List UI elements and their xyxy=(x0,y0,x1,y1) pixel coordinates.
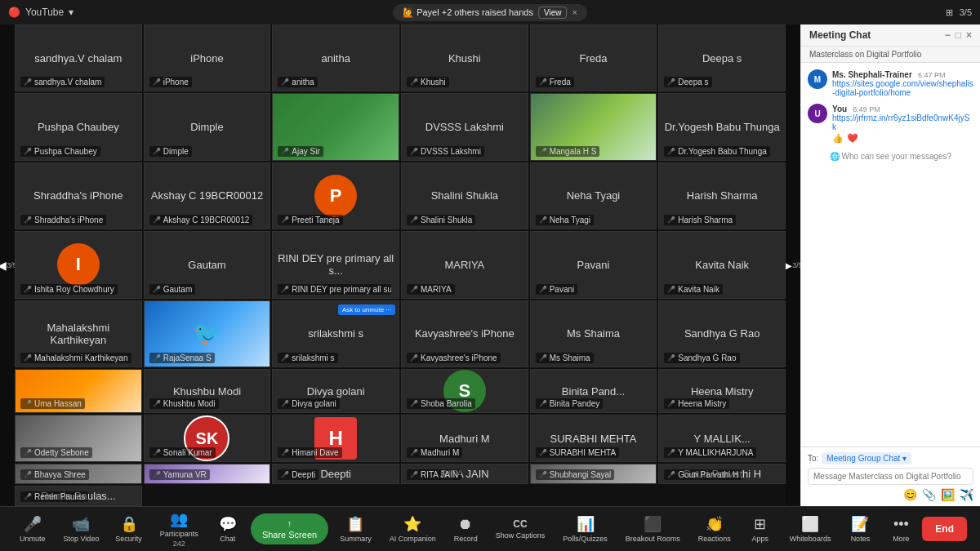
video-cell[interactable]: Heena MistryHeena Mistry xyxy=(658,369,786,413)
video-cell[interactable]: DVSSS LakshmiDVSSS Lakshmi xyxy=(401,93,528,160)
video-cell[interactable]: Y MALLIK...Y MALLIKHARJUNA xyxy=(658,415,786,462)
chat-input[interactable] xyxy=(808,468,973,485)
video-cell[interactable]: Yamuna VR xyxy=(144,464,271,484)
unmute-button[interactable]: 🎤 Unmute xyxy=(13,512,52,546)
summary-button[interactable]: 📋 Summary xyxy=(333,512,378,546)
video-cell[interactable]: GautamGautam xyxy=(144,231,271,298)
participant-display-name: Y MALLIK... xyxy=(691,429,754,448)
participant-name-label: Khushi xyxy=(407,77,449,87)
video-cell[interactable]: Ms ShaimaMs Shaima xyxy=(530,300,657,367)
view-icon[interactable]: ⊞ xyxy=(946,7,953,18)
video-cell[interactable]: Shubhangi Sayal xyxy=(530,464,657,484)
chat-recipient-select[interactable]: Meeting Group Chat ▾ xyxy=(822,452,911,464)
video-cell[interactable]: Sandhya G RaoSandhya G Rao xyxy=(658,300,786,367)
video-cell[interactable]: Deepa sDeepa s xyxy=(658,24,786,91)
video-cell[interactable]: Mangala H S xyxy=(530,93,657,160)
security-button[interactable]: 🔒 Security xyxy=(109,512,149,546)
reactions-button[interactable]: 👏 Reactions xyxy=(692,512,737,546)
video-cell[interactable]: anithaanitha xyxy=(272,24,399,91)
video-cell[interactable]: Shraddha's iPhoneShraddha's iPhone xyxy=(15,162,142,229)
minimize-icon[interactable]: − xyxy=(945,29,951,41)
close-chat-icon[interactable]: × xyxy=(966,29,972,41)
breakout-button[interactable]: ⬛ Breakout Rooms xyxy=(619,512,687,546)
video-cell[interactable]: Shalini ShuklaShalini Shukla xyxy=(401,162,528,229)
ask-unmute-badge[interactable]: Ask to unmute ··· xyxy=(338,304,395,315)
more-button[interactable]: ••• More xyxy=(883,513,919,546)
video-cell[interactable]: Uma Hassan xyxy=(15,369,142,413)
video-cell[interactable]: Bhavya Shree xyxy=(15,464,142,484)
participant-name-label: Remin Paulas xyxy=(20,491,88,502)
participant-display-name: Pushpa Chaubey xyxy=(34,118,122,136)
next-page-arrow[interactable]: ▶ 3/5 xyxy=(786,24,800,506)
video-cell[interactable]: IIshita Roy Chowdhury xyxy=(15,231,142,298)
chat-button[interactable]: 💬 Chat xyxy=(210,512,246,546)
video-cell[interactable]: MARIYAMARIYA xyxy=(401,231,528,298)
video-cell[interactable]: Kavyashree's iPhoneKavyashree's iPhone xyxy=(401,300,528,367)
participant-display-name: Akshay C 19BCR00012 xyxy=(148,186,266,205)
video-cell[interactable]: SShoba Barolia xyxy=(401,369,528,413)
video-cell[interactable]: srilakshmi sAsk to unmute ···srilakshmi … xyxy=(272,300,399,367)
video-cell[interactable]: Gouri Parvathi HGouri Parvathi H xyxy=(658,464,786,484)
video-cell[interactable]: Remin Paulas...Remin Paulas xyxy=(15,486,142,506)
video-cell[interactable]: DimpleDimple xyxy=(144,93,271,160)
video-cell[interactable]: RINI DEY pre primary all s...RINI DEY pr… xyxy=(272,231,399,298)
video-cell[interactable]: KhushiKhushi xyxy=(401,24,528,91)
video-cell[interactable]: 🐦RajaSenaa S xyxy=(144,300,271,367)
video-cell[interactable]: FredaFreda xyxy=(530,24,657,91)
video-cell[interactable]: Dr.Yogesh Babu ThungaDr.Yogesh Babu Thun… xyxy=(658,93,786,160)
message-link[interactable]: https://sites.google.com/view/shephalis-… xyxy=(832,79,973,97)
video-cell[interactable]: Kavita NaikKavita Naik xyxy=(658,231,786,298)
stop-video-button[interactable]: 📹 Stop Video xyxy=(57,512,106,546)
maximize-icon[interactable]: □ xyxy=(956,29,961,41)
sender-avatar: M xyxy=(808,69,827,89)
send-icon[interactable]: ✈️ xyxy=(960,488,973,501)
top-bar-left: 🔴 YouTube ▾ xyxy=(8,7,74,18)
participant-name-label: Odetty Sebone xyxy=(20,447,92,458)
image-icon[interactable]: 🖼️ xyxy=(941,488,955,501)
attachment-icon[interactable]: 📎 xyxy=(922,488,936,501)
apps-button[interactable]: ⊞ Apps xyxy=(742,512,778,546)
video-cell[interactable]: HHimani Dave xyxy=(272,415,399,462)
polls-button[interactable]: 📊 Polls/Quizzes xyxy=(556,512,614,546)
video-cell[interactable]: Mahalakshmi KarthikeyanMahalakshmi Karth… xyxy=(15,300,142,367)
participant-display-name: Khushi xyxy=(445,49,484,68)
participant-display-name: Kavyashree's iPhone xyxy=(412,324,518,343)
reaction-heart[interactable]: ❤️ xyxy=(847,133,858,144)
emoji-icon[interactable]: 😊 xyxy=(903,488,917,501)
view-button[interactable]: View xyxy=(538,7,568,19)
video-cell[interactable]: Odetty Sebone xyxy=(15,415,142,462)
message-link[interactable]: https://jrfrmz.in/rr6yz1siBdfe0nwK4jySk xyxy=(832,113,969,131)
participants-button[interactable]: 👥 Participants 242 xyxy=(154,507,205,551)
video-cell[interactable]: PavaniPavani xyxy=(530,231,657,298)
video-cell[interactable]: Divya golaniDivya golani xyxy=(272,369,399,413)
video-cell[interactable]: SKSonali Kumar xyxy=(144,415,271,462)
close-raised-hands[interactable]: × xyxy=(572,7,577,17)
video-cell[interactable]: Khushbu ModiKhushbu Modi xyxy=(144,369,271,413)
whiteboards-button[interactable]: ⬜ Whiteboards xyxy=(783,512,838,546)
prev-page-arrow[interactable]: ◀ 3/5 xyxy=(0,24,15,506)
video-cell[interactable]: Madhuri MMadhuri M xyxy=(401,415,528,462)
security-label: Security xyxy=(115,535,142,543)
participant-name-label: Kavyashree's iPhone xyxy=(407,353,501,363)
video-cell[interactable]: Ajay Sir xyxy=(272,93,399,160)
message-time: 6:49 PM xyxy=(853,105,880,113)
video-cell[interactable]: Binita Pand...Binita Pandey xyxy=(530,369,657,413)
share-screen-button[interactable]: ↑ Share Screen xyxy=(251,513,328,544)
video-cell[interactable]: sandhya.V chalamsandhya.V chalam xyxy=(15,24,142,91)
captions-button[interactable]: CC Show Captions xyxy=(489,515,552,543)
dropdown-icon[interactable]: ▾ xyxy=(69,7,74,18)
notes-button[interactable]: 📝 Notes xyxy=(842,512,878,546)
record-button[interactable]: ⏺ Record xyxy=(448,513,484,546)
ai-companion-button[interactable]: ⭐ AI Companion xyxy=(383,512,443,546)
video-cell[interactable]: RITA JAINRITA JAIN xyxy=(401,464,528,484)
video-cell[interactable]: SURABHI MEHTASURABHI MEHTA xyxy=(530,415,657,462)
video-cell[interactable]: DeeptiDeepti xyxy=(272,464,399,484)
video-cell[interactable]: PPreeti Taneja xyxy=(272,162,399,229)
reaction-thumbs[interactable]: 👍 xyxy=(832,133,844,144)
video-cell[interactable]: Akshay C 19BCR00012Akshay C 19BCR00012 xyxy=(144,162,271,229)
end-button[interactable]: End xyxy=(922,517,967,541)
video-cell[interactable]: Pushpa ChaubeyPushpa Chaubey xyxy=(15,93,142,160)
video-cell[interactable]: iPhoneiPhone xyxy=(144,24,271,91)
video-cell[interactable]: Harish SharmaHarish Sharma xyxy=(658,162,786,229)
video-cell[interactable]: Neha TyagiNeha Tyagi xyxy=(530,162,657,229)
